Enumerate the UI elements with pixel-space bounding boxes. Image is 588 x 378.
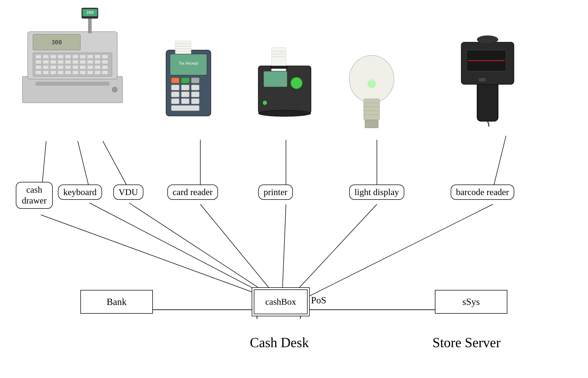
svg-line-13 [300, 204, 493, 301]
svg-rect-85 [191, 92, 199, 97]
svg-rect-51 [80, 65, 86, 69]
svg-rect-38 [58, 60, 64, 64]
svg-rect-32 [87, 55, 93, 59]
bank-box: Bank [80, 290, 153, 314]
svg-rect-47 [50, 65, 56, 69]
printer-label: printer [258, 185, 293, 200]
svg-rect-80 [171, 85, 179, 90]
svg-point-20 [112, 87, 117, 92]
svg-rect-54 [102, 65, 108, 69]
cashbox-label: cashBox [265, 297, 296, 307]
svg-rect-46 [43, 65, 49, 69]
keyboard-label: keyboard [58, 185, 102, 200]
svg-text:300: 300 [51, 39, 62, 46]
svg-line-8 [90, 203, 277, 301]
cashbox-inner: cashBox [254, 289, 308, 314]
diagram-container: 300 [0, 0, 588, 378]
svg-rect-48 [58, 65, 64, 69]
svg-rect-98 [270, 66, 287, 69]
svg-rect-108 [477, 79, 498, 121]
svg-rect-64 [102, 71, 108, 74]
svg-rect-28 [58, 55, 64, 59]
svg-rect-87 [181, 99, 189, 104]
svg-rect-89 [171, 105, 199, 111]
svg-rect-106 [365, 120, 378, 128]
svg-rect-30 [72, 55, 78, 59]
svg-rect-77 [171, 78, 179, 83]
card-reader-label: card reader [167, 185, 218, 200]
svg-rect-27 [50, 55, 56, 59]
svg-rect-26 [43, 55, 49, 59]
svg-point-97 [263, 101, 267, 105]
svg-rect-40 [72, 60, 78, 64]
svg-rect-36 [43, 60, 49, 64]
svg-rect-79 [191, 78, 199, 83]
svg-rect-49 [65, 65, 71, 69]
svg-text:Tax Receipt: Tax Receipt [179, 61, 198, 65]
svg-rect-63 [95, 71, 100, 74]
svg-rect-34 [102, 55, 108, 59]
svg-rect-41 [80, 60, 86, 64]
vdu-label: VDU [113, 185, 143, 200]
svg-line-7 [41, 215, 275, 301]
store-server-title: Store Server [411, 335, 522, 350]
svg-rect-101 [364, 99, 380, 120]
ssys-box: sSys [435, 290, 507, 314]
svg-rect-50 [72, 65, 78, 69]
light-bulb-image [343, 32, 401, 129]
svg-rect-59 [65, 71, 71, 74]
svg-rect-95 [264, 71, 287, 87]
svg-rect-44 [102, 60, 108, 64]
svg-line-2 [103, 141, 129, 190]
svg-rect-18 [22, 76, 123, 103]
svg-line-10 [200, 204, 279, 301]
svg-line-6 [493, 136, 506, 189]
svg-rect-42 [87, 60, 93, 64]
pos-label: PoS [311, 295, 326, 306]
barcode-reader-label: barcode reader [451, 185, 514, 200]
svg-rect-25 [36, 55, 41, 59]
svg-rect-83 [171, 92, 179, 97]
svg-rect-56 [43, 71, 49, 74]
svg-rect-81 [181, 85, 189, 90]
svg-line-12 [287, 204, 377, 301]
cash-register-image: 300 [14, 5, 130, 134]
svg-rect-82 [191, 85, 199, 90]
svg-rect-62 [87, 71, 93, 74]
printer-image [250, 40, 319, 132]
svg-point-113 [477, 36, 498, 43]
light-display-label: light display [349, 185, 404, 200]
svg-rect-86 [171, 99, 179, 104]
cashbox-outer: cashBox [252, 287, 310, 316]
svg-rect-112 [478, 78, 486, 82]
svg-rect-53 [95, 65, 100, 69]
cash-drawer-label: cash drawer [16, 182, 53, 209]
svg-text:300: 300 [86, 10, 94, 15]
svg-rect-52 [87, 65, 93, 69]
svg-rect-58 [58, 71, 64, 74]
card-reader-image: Tax Receipt [155, 34, 229, 129]
svg-rect-45 [36, 65, 41, 69]
svg-point-107 [368, 80, 376, 88]
svg-point-96 [291, 77, 302, 89]
svg-rect-43 [95, 60, 100, 64]
svg-rect-31 [80, 55, 86, 59]
svg-rect-37 [50, 60, 56, 64]
svg-rect-33 [95, 55, 100, 59]
svg-line-9 [129, 203, 278, 301]
svg-line-1 [78, 141, 90, 190]
svg-rect-35 [36, 60, 41, 64]
svg-rect-84 [181, 92, 189, 97]
svg-line-11 [282, 204, 286, 301]
svg-rect-19 [36, 82, 109, 86]
svg-rect-88 [191, 99, 199, 104]
svg-rect-29 [65, 55, 71, 59]
cash-desk-title: Cash Desk [229, 335, 329, 350]
svg-rect-55 [36, 71, 41, 74]
svg-rect-57 [50, 71, 56, 74]
svg-point-99 [258, 110, 311, 117]
barcode-reader-image [453, 26, 527, 127]
svg-rect-78 [181, 78, 189, 83]
svg-rect-61 [80, 71, 86, 74]
svg-rect-60 [72, 71, 78, 74]
